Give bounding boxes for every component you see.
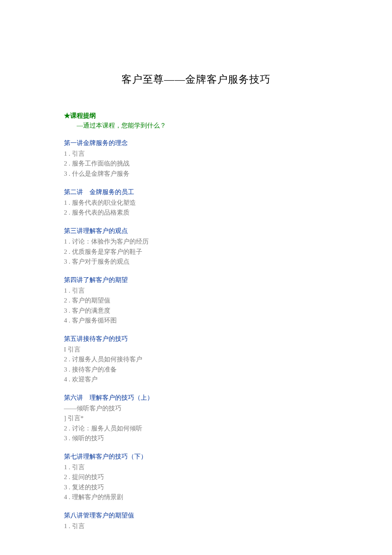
list-item: 2 . 优质服务是穿客户的鞋子: [64, 247, 328, 257]
list-item: 2 . 讨论：服务人员如何倾听: [64, 424, 328, 433]
list-item: 3 . 倾听的技巧: [64, 433, 328, 443]
list-item: 4 . 理解客户的情景剧: [64, 492, 328, 502]
list-item: 3 . 复述的技巧: [64, 482, 328, 492]
outline-heading-text: 课程提纲: [70, 112, 96, 119]
list-item: ] 引言*: [64, 413, 328, 423]
section-title: 第一讲金牌服务的理念: [64, 139, 328, 147]
list-item: 2 . 服务工作面临的挑战: [64, 159, 328, 169]
outline-heading: ★课程提纲: [64, 112, 328, 120]
section-title: 第四讲了解客户的期望: [64, 276, 328, 284]
list-item: 1 . 讨论：体验作为客户的经历: [64, 237, 328, 247]
section-5: 第五讲接待客户的技巧 I 引言 2 . 讨服务人员如何接待客户 3 . 接待客户…: [64, 335, 328, 384]
star-icon: ★: [64, 112, 70, 119]
section-8: 第八讲管理客户的期望值 1 . 引言: [64, 511, 328, 531]
outline-subheading: ―通过本课程，您能学到什么？: [77, 122, 328, 130]
list-item: 1 . 引言: [64, 286, 328, 296]
section-6: 第六讲 理解客户的技巧（上） ——倾听客户的技巧 ] 引言* 2 . 讨论：服务…: [64, 394, 328, 443]
list-item: 1 . 服务代表的职业化塑造: [64, 198, 328, 208]
list-item: 4 . 客户服务循环图: [64, 316, 328, 325]
section-2: 第二讲 金牌服务的员工 1 . 服务代表的职业化塑造 2 . 服务代表的品格素质: [64, 188, 328, 218]
list-item: 3 . 什么是金牌客户服务: [64, 169, 328, 179]
section-4: 第四讲了解客户的期望 1 . 引言 2 . 客户的期望值 3 . 客户的满意度 …: [64, 276, 328, 325]
list-item: 2 . 讨服务人员如何接待客户: [64, 355, 328, 364]
section-7: 第七讲理解客户的技巧（下） 1 . 引言 2 . 提问的技巧 3 . 复述的技巧…: [64, 453, 328, 502]
section-title: 第三讲理解客户的观点: [64, 227, 328, 235]
list-item: 4 . 欢迎客户: [64, 375, 328, 384]
section-3: 第三讲理解客户的观点 1 . 讨论：体验作为客户的经历 2 . 优质服务是穿客户…: [64, 227, 328, 267]
section-1: 第一讲金牌服务的理念 1 . 引言 2 . 服务工作面临的挑战 3 . 什么是金…: [64, 139, 328, 179]
section-title: 第八讲管理客户的期望值: [64, 511, 328, 520]
list-item: 3 . 接待客户的准备: [64, 365, 328, 375]
list-item: 2 . 客户的期望值: [64, 296, 328, 305]
section-title: 第五讲接待客户的技巧: [64, 335, 328, 343]
document-page: 客户至尊——金牌客户服务技巧 ★课程提纲 ―通过本课程，您能学到什么？ 第一讲金…: [0, 0, 392, 555]
section-title: 第六讲 理解客户的技巧（上）: [64, 394, 328, 402]
list-item: 2 . 提问的技巧: [64, 472, 328, 482]
list-item: 1 . 引言: [64, 462, 328, 472]
section-title: 第二讲 金牌服务的员工: [64, 188, 328, 196]
document-title: 客户至尊——金牌客户服务技巧: [64, 73, 328, 86]
section-title: 第七讲理解客户的技巧（下）: [64, 453, 328, 461]
list-item: 3 . 客户的满意度: [64, 306, 328, 316]
list-item: 1 . 引言: [64, 149, 328, 159]
section-subtitle: ——倾听客户的技巧: [64, 404, 328, 413]
list-item: 2 . 服务代表的品格素质: [64, 208, 328, 218]
list-item: 3 . 客户对于服务的观点: [64, 257, 328, 267]
list-item: I 引言: [64, 345, 328, 355]
list-item: 1 . 引言: [64, 521, 328, 531]
